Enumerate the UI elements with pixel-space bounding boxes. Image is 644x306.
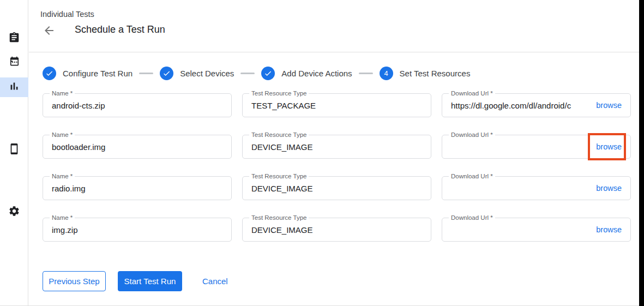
field-label: Name * <box>50 214 75 221</box>
resource-type-value: DEVICE_IMAGE <box>243 225 431 235</box>
sidebar-item-plans[interactable] <box>0 53 28 73</box>
field-label: Download Url * <box>449 172 495 180</box>
sidebar-item-devices[interactable] <box>0 140 28 160</box>
step-connector <box>240 73 255 74</box>
step-connector <box>139 73 153 74</box>
name-value: radio.img <box>43 184 231 193</box>
gear-icon <box>8 205 20 219</box>
browse-link[interactable]: browse <box>596 101 630 110</box>
sidebar-item-tests[interactable] <box>0 29 28 49</box>
name-value: bootloader.img <box>43 142 231 152</box>
download-url-field[interactable]: Download Url * https://dl.google.com/dl/… <box>442 93 631 117</box>
step-configure-test-run[interactable]: Configure Test Run <box>43 67 133 80</box>
download-url-field[interactable]: Download Url * browse <box>442 218 631 242</box>
step-connector <box>359 73 373 74</box>
resource-type-value: DEVICE_IMAGE <box>243 184 431 193</box>
step-complete-check-icon <box>160 67 173 80</box>
resource-type-field[interactable]: Test Resource Type TEST_PACKAGE <box>242 93 431 117</box>
previous-step-button[interactable]: Previous Step <box>43 271 106 291</box>
test-resources-form: Name * android-cts.zip Test Resource Typ… <box>43 93 631 242</box>
field-label: Download Url * <box>449 131 495 139</box>
stepper: Configure Test Run Select Devices Add De… <box>43 67 470 80</box>
sidebar-item-test-runs[interactable] <box>0 77 28 97</box>
resource-type-field[interactable]: Test Resource Type DEVICE_IMAGE <box>242 218 431 242</box>
resource-type-field[interactable]: Test Resource Type DEVICE_IMAGE <box>242 135 431 159</box>
field-label: Test Resource Type <box>249 131 309 139</box>
download-url-field[interactable]: Download Url * browse <box>442 176 631 200</box>
calendar-icon <box>8 56 20 70</box>
back-button[interactable] <box>43 24 56 37</box>
step-add-device-actions[interactable]: Add Device Actions <box>261 67 352 80</box>
step-label: Add Device Actions <box>281 69 352 78</box>
sidebar-item-settings[interactable] <box>0 202 28 222</box>
name-field[interactable]: Name * img.zip <box>43 218 232 242</box>
browse-link[interactable]: browse <box>596 184 630 193</box>
step-number: 4 <box>380 67 393 80</box>
field-label: Download Url * <box>449 214 495 221</box>
start-test-run-button[interactable]: Start Test Run <box>118 271 182 291</box>
window-right-edge <box>639 0 644 306</box>
download-url-field[interactable]: Download Url * browse <box>442 135 631 159</box>
page-header: Individual Tests Schedule a Test Run <box>29 0 639 52</box>
step-select-devices[interactable]: Select Devices <box>160 67 234 80</box>
field-label: Test Resource Type <box>249 172 309 180</box>
step-set-test-resources[interactable]: 4 Set Test Resources <box>380 67 471 80</box>
resource-type-field[interactable]: Test Resource Type DEVICE_IMAGE <box>242 176 431 200</box>
action-bar: Previous Step Start Test Run Cancel <box>43 271 228 291</box>
name-value: android-cts.zip <box>43 101 231 110</box>
sidebar <box>0 0 28 305</box>
app-frame: Individual Tests Schedule a Test Run Con… <box>0 0 644 306</box>
browse-link[interactable]: browse <box>596 142 630 151</box>
download-url-value: https://dl.google.com/dl/android/c <box>442 101 596 110</box>
field-label: Name * <box>50 172 75 180</box>
field-label: Download Url * <box>449 89 495 97</box>
field-label: Test Resource Type <box>249 214 309 221</box>
field-label: Test Resource Type <box>249 89 309 97</box>
name-field[interactable]: Name * radio.img <box>43 176 232 200</box>
bar-chart-icon <box>8 80 20 94</box>
smartphone-icon <box>8 143 20 157</box>
browse-link[interactable]: browse <box>596 225 630 234</box>
page-title: Schedule a Test Run <box>75 24 165 35</box>
resource-type-value: DEVICE_IMAGE <box>243 142 431 152</box>
breadcrumb: Individual Tests <box>40 10 94 19</box>
name-field[interactable]: Name * android-cts.zip <box>43 93 232 117</box>
name-value: img.zip <box>43 225 231 235</box>
step-complete-check-icon <box>43 67 56 80</box>
field-label: Name * <box>50 89 75 97</box>
step-complete-check-icon <box>261 67 275 80</box>
step-label: Configure Test Run <box>63 69 133 78</box>
resource-type-value: TEST_PACKAGE <box>243 101 431 110</box>
clipboard-icon <box>8 32 20 46</box>
cancel-button[interactable]: Cancel <box>202 271 228 291</box>
arrow-back-icon <box>43 29 56 39</box>
step-label: Set Test Resources <box>400 69 471 78</box>
field-label: Name * <box>50 131 75 139</box>
name-field[interactable]: Name * bootloader.img <box>43 135 232 159</box>
step-label: Select Devices <box>180 69 234 78</box>
